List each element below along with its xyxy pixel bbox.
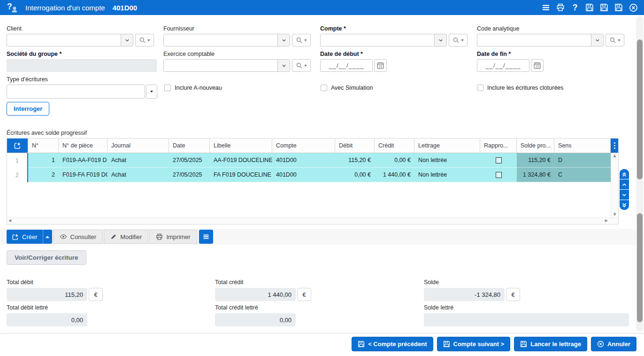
col-header-piece[interactable]: N° de pièce: [59, 139, 107, 153]
scroll-right-icon[interactable]: ▶: [605, 219, 608, 223]
col-header-compte[interactable]: Compte: [272, 139, 335, 153]
scroll-down-icon[interactable]: ▼: [613, 213, 616, 217]
print-icon[interactable]: [554, 1, 567, 14]
scroll-left-icon[interactable]: ◀: [8, 219, 11, 223]
svg-text:15: 15: [379, 65, 383, 68]
fournisseur-label: Fournisseur: [163, 25, 311, 32]
currency-suffix: €: [297, 288, 311, 301]
checkbox-ecritures-cloturees[interactable]: Inclure les écritures cloturées: [477, 85, 564, 91]
close-icon[interactable]: [627, 1, 639, 14]
search-icon: [139, 37, 146, 44]
type-ecritures-input[interactable]: [7, 85, 145, 99]
chevron-down-icon: [121, 34, 133, 46]
client-combobox[interactable]: [7, 34, 133, 46]
col-header-debit[interactable]: Débit: [335, 139, 375, 153]
chevron-up-icon: [621, 181, 628, 188]
code-analytique-search-button[interactable]: [606, 34, 624, 46]
voir-corriger-button[interactable]: Voir/Corriger écriture: [7, 250, 86, 265]
search-icon: [296, 62, 303, 69]
col-header-sens[interactable]: Sens: [554, 139, 611, 153]
save-icon-3[interactable]: [613, 1, 625, 14]
help-icon[interactable]: ?: [569, 1, 581, 14]
table-menu-button[interactable]: [199, 230, 213, 244]
col-header-journal[interactable]: Journal: [107, 139, 169, 153]
currency-suffix: €: [506, 288, 520, 301]
type-ecritures-dropdown-button[interactable]: [146, 85, 157, 99]
scrollbar-thumb[interactable]: [637, 213, 643, 322]
svg-text:?: ?: [7, 2, 12, 11]
table-row[interactable]: 1 1 F019-AA-F019 D Achat 27/05/2025 AA-F…: [7, 153, 618, 168]
compte-search-button[interactable]: [449, 34, 468, 46]
creer-split-button[interactable]: Créer: [7, 230, 52, 244]
checkbox-icon: [477, 85, 483, 91]
page-scrollbar[interactable]: [636, 16, 644, 332]
title-bar: ? Interrogation d'un compte 401D00 ?: [0, 0, 644, 15]
exercice-combobox[interactable]: [163, 59, 290, 72]
printer-icon: [156, 233, 163, 240]
scroll-up-icon[interactable]: ▲: [613, 154, 616, 158]
eye-icon: [60, 233, 67, 240]
table-horizontal-scrollbar[interactable]: ◀ ▶: [7, 217, 618, 224]
add-row-button[interactable]: [7, 139, 28, 153]
exercice-search-button[interactable]: [292, 59, 311, 72]
rappro-checkbox[interactable]: [496, 157, 502, 163]
currency-suffix: €: [89, 288, 103, 301]
menu-icon[interactable]: [540, 1, 552, 14]
total-debit-lettre-label: Total débit lettré: [7, 304, 87, 311]
double-chevron-down-icon: [621, 202, 628, 209]
scrollbar-thumb[interactable]: [637, 39, 643, 179]
create-icon: [14, 142, 21, 149]
code-analytique-combobox[interactable]: [477, 34, 604, 46]
chevron-down-icon: [434, 34, 446, 46]
table-row[interactable]: 2 2 F019-FA F019 DO Achat 27/05/2025 FA …: [7, 168, 618, 182]
date-fin-calendar-button[interactable]: 15: [531, 59, 544, 72]
societe-input: [7, 59, 157, 72]
col-header-date[interactable]: Date: [169, 139, 210, 153]
next-row-button[interactable]: [620, 190, 629, 200]
checkbox-avec-simulation[interactable]: Avec Simulation: [321, 85, 373, 91]
total-debit-lettre-value: 0,00: [7, 313, 87, 326]
lancer-lettrage-button[interactable]: Lancer le lettrage: [514, 337, 587, 351]
date-debut-calendar-button[interactable]: 15: [374, 59, 387, 72]
compte-suivant-button[interactable]: Compte suivant >: [437, 337, 511, 351]
col-header-no[interactable]: N°: [28, 139, 59, 153]
compte-combobox[interactable]: [320, 34, 447, 46]
date-debut-input[interactable]: __/__/____: [320, 59, 373, 72]
table-title: Écritures avec solde progressif: [7, 130, 87, 136]
consulter-button[interactable]: Consulter: [53, 230, 103, 244]
previous-row-button[interactable]: [620, 179, 629, 189]
pencil-icon: [110, 233, 117, 240]
creer-dropdown-caret[interactable]: [43, 230, 52, 244]
chevron-down-icon: [591, 34, 603, 46]
col-header-solde[interactable]: Solde pro...: [517, 139, 554, 153]
compte-label: Compte *: [320, 25, 468, 32]
save-icon-1[interactable]: [583, 1, 596, 14]
fournisseur-combobox[interactable]: [163, 34, 290, 46]
fournisseur-search-button[interactable]: [292, 34, 311, 46]
page-title: Interrogation d'un compte: [25, 4, 105, 12]
col-header-libelle[interactable]: Libelle: [210, 139, 272, 153]
checkbox-inclure-a-nouveau[interactable]: Inclure A-nouveau: [164, 85, 222, 91]
solde-lettre-label: Solde lettré: [424, 304, 629, 311]
imprimer-button[interactable]: Imprimer: [149, 230, 197, 244]
date-fin-input[interactable]: __/__/____: [477, 59, 529, 72]
annuler-button[interactable]: Annuler: [591, 337, 636, 351]
table-options-kebab-icon[interactable]: [611, 139, 618, 153]
footer-bar: < Compte précédent Compte suivant > Lanc…: [0, 333, 644, 356]
client-search-button[interactable]: [135, 34, 154, 46]
search-icon: [609, 37, 616, 44]
interroger-button[interactable]: Interroger: [7, 102, 49, 116]
col-header-rappro[interactable]: Rappro...: [480, 139, 517, 153]
save-icon-2[interactable]: [598, 1, 610, 14]
rappro-checkbox[interactable]: [496, 172, 502, 178]
solde-value: -1 324,80: [424, 288, 505, 301]
modifier-button[interactable]: Modifier: [104, 230, 148, 244]
exercice-label: Exercice comptable: [163, 51, 311, 57]
row-navigation: [620, 169, 629, 210]
table-vertical-scrollbar[interactable]: ▲ ▼: [611, 153, 618, 217]
compte-precedent-button[interactable]: < Compte précédent: [352, 337, 433, 351]
col-header-credit[interactable]: Crédit: [375, 139, 414, 153]
first-row-button[interactable]: [620, 169, 629, 179]
last-row-button[interactable]: [620, 200, 629, 210]
col-header-lettrage[interactable]: Lettrage: [414, 139, 480, 153]
